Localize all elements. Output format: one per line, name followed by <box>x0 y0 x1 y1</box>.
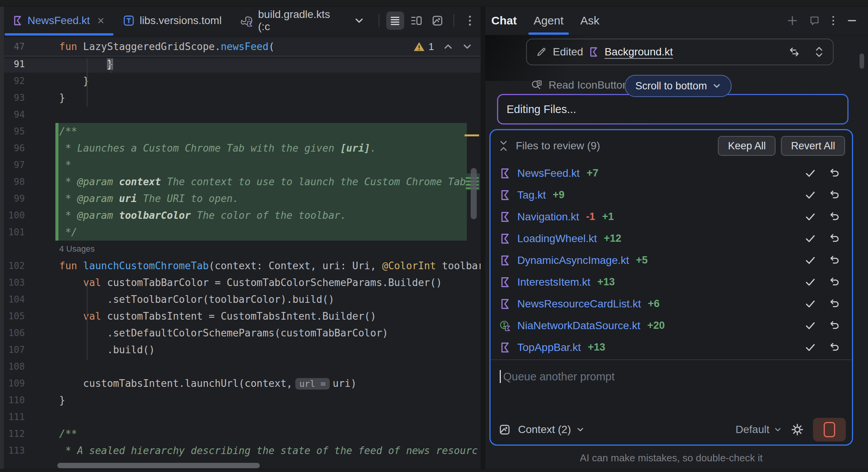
editor-vertical-scrollbar[interactable] <box>471 168 477 219</box>
keep-file-button[interactable] <box>805 298 816 310</box>
pencil-icon <box>536 47 547 57</box>
settings-gear-icon[interactable] <box>791 423 804 436</box>
file-link[interactable]: NewsFeed.kt <box>517 167 580 179</box>
prev-warning-icon[interactable] <box>443 42 453 52</box>
attach-image-icon[interactable] <box>499 424 510 435</box>
code-line-97[interactable]: 97 * <box>4 157 481 173</box>
code-line-99[interactable]: 99 * @param uri The URI to open. <box>4 190 481 207</box>
context-dropdown[interactable]: Context (2) <box>518 424 584 436</box>
code-line-96[interactable]: 96 * Launches a Custom Chrome Tab with t… <box>4 140 481 157</box>
revert-file-button[interactable] <box>829 255 840 266</box>
scroll-to-bottom-button[interactable]: Scroll to bottom <box>625 75 732 97</box>
tab-ask[interactable]: Ask <box>580 6 599 35</box>
code-line-105[interactable]: 105 val customTabsIntent = CustomTabsInt… <box>4 308 481 325</box>
file-review-row[interactable]: InterestsItem.kt+13 <box>491 271 852 293</box>
file-link[interactable]: NiaNetworkDataSource.kt <box>517 320 640 332</box>
keep-all-button[interactable]: Keep All <box>718 136 776 156</box>
code-line-109[interactable]: 109 customTabsIntent.launchUrl(context,u… <box>4 375 481 392</box>
keep-file-button[interactable] <box>805 255 816 266</box>
keep-file-button[interactable] <box>805 211 816 223</box>
chevron-down-icon <box>577 426 584 433</box>
code-line-108[interactable]: 108 <box>4 358 481 375</box>
code-line-91[interactable]: 91 } <box>4 56 481 73</box>
close-tab-icon[interactable] <box>97 16 105 25</box>
sticky-code-line[interactable]: 47 fun LazyStaggeredGridScope.newsFeed( … <box>4 37 481 57</box>
code-line-110[interactable]: 110} <box>4 392 481 409</box>
code-line-95[interactable]: 95/** <box>4 123 481 140</box>
code-line-93[interactable]: 93} <box>4 89 481 106</box>
revert-file-button[interactable] <box>829 233 840 244</box>
file-review-row[interactable]: NiaNetworkDataSource.kt+20 <box>491 315 852 336</box>
file-link[interactable]: InterestsItem.kt <box>517 276 590 288</box>
code-line-94[interactable]: 94 <box>4 106 481 123</box>
file-link[interactable]: Tag.kt <box>517 189 546 201</box>
file-link[interactable]: DynamicAsyncImage.kt <box>517 254 629 267</box>
code-line-104[interactable]: 104 .setToolbarColor(toolbarColor).build… <box>4 291 481 308</box>
code-line-102[interactable]: 102fun launchCustomChromeTab(context: Co… <box>4 257 481 274</box>
tab-build-gradle[interactable]: build.gradle.kts (:c <box>231 6 373 35</box>
code-editor[interactable]: 91 }92 }93}9495/**96 * Launches a Custom… <box>4 56 481 461</box>
file-link[interactable]: TopAppBar.kt <box>517 341 581 354</box>
file-link[interactable]: LoadingWheel.kt <box>517 233 597 245</box>
collapse-icon[interactable] <box>499 140 508 152</box>
code-line-98[interactable]: 98 * @param context The context to use t… <box>4 173 481 190</box>
code-line-92[interactable]: 92 } <box>4 73 481 89</box>
next-warning-icon[interactable] <box>462 42 472 52</box>
tab-agent[interactable]: Agent <box>534 6 564 35</box>
code-line-101[interactable]: 101 */ <box>4 224 481 241</box>
code-line-111[interactable]: 111 <box>4 409 481 425</box>
expand-card-icon[interactable] <box>815 46 824 58</box>
usages-hint[interactable]: 4 Usages <box>4 241 481 257</box>
file-review-row[interactable]: Navigation.kt-1+1 <box>491 206 852 228</box>
code-line-113[interactable]: 113 * A sealed hierarchy describing the … <box>4 442 481 459</box>
file-review-row[interactable]: NewsResourceCardList.kt+6 <box>491 293 852 315</box>
revert-file-button[interactable] <box>829 189 840 201</box>
panel-scrollbar[interactable] <box>860 53 864 69</box>
code-line-100[interactable]: 100 * @param toolbarColor The color of t… <box>4 207 481 224</box>
revert-file-button[interactable] <box>829 211 840 223</box>
revert-file-button[interactable] <box>829 320 840 331</box>
file-review-row[interactable]: LoadingWheel.kt+12 <box>491 228 852 249</box>
tab-chat[interactable]: Chat <box>491 6 517 35</box>
keep-file-button[interactable] <box>805 320 816 331</box>
new-chat-icon[interactable] <box>787 15 798 26</box>
revert-all-button[interactable]: Revert All <box>781 136 845 156</box>
editor-view-button[interactable] <box>386 11 404 30</box>
keep-file-button[interactable] <box>805 276 816 288</box>
revert-file-button[interactable] <box>829 168 840 179</box>
tab-newsfeed[interactable]: NewsFeed.kt <box>4 6 114 35</box>
keep-file-button[interactable] <box>805 342 816 353</box>
stop-button[interactable] <box>813 418 846 441</box>
tab-libs-versions[interactable]: libs.versions.toml <box>114 6 231 35</box>
hide-panel-icon[interactable] <box>847 15 857 26</box>
split-view-button[interactable] <box>407 11 425 30</box>
edited-file-link[interactable]: Background.kt <box>604 46 673 58</box>
revert-file-button[interactable] <box>829 276 840 288</box>
file-review-row[interactable]: TopAppBar.kt+13 <box>491 336 852 358</box>
keep-file-button[interactable] <box>805 168 816 179</box>
editor-horizontal-scrollbar[interactable] <box>57 463 260 468</box>
file-link[interactable]: NewsResourceCardList.kt <box>517 298 641 310</box>
model-dropdown[interactable]: Default <box>735 424 782 436</box>
code-line-112[interactable]: 112/** <box>4 425 481 442</box>
editor-more-button[interactable] <box>461 11 479 30</box>
file-link[interactable]: Navigation.kt <box>517 211 579 223</box>
keep-file-button[interactable] <box>805 189 816 201</box>
open-diff-icon[interactable] <box>789 46 800 58</box>
panel-options-icon[interactable] <box>831 15 835 26</box>
edited-file-card[interactable]: Edited Background.kt <box>526 39 834 65</box>
code-line-103[interactable]: 103 val customTabBarColor = CustomTabCol… <box>4 274 481 291</box>
file-review-row[interactable]: Tag.kt+9 <box>491 184 852 206</box>
chat-history-icon[interactable] <box>809 15 820 26</box>
chevron-down-icon[interactable] <box>354 16 364 26</box>
revert-file-button[interactable] <box>829 298 840 310</box>
preview-button[interactable] <box>428 11 446 30</box>
prompt-input[interactable]: Queue another prompt <box>500 370 615 383</box>
code-line-106[interactable]: 106 .setDefaultColorSchemeParams(customT… <box>4 325 481 341</box>
file-review-row[interactable]: DynamicAsyncImage.kt+5 <box>491 249 852 271</box>
keep-file-button[interactable] <box>805 233 816 244</box>
splitter[interactable] <box>481 6 485 469</box>
file-review-row[interactable]: NewsFeed.kt+7 <box>491 162 852 184</box>
revert-file-button[interactable] <box>829 342 840 353</box>
code-line-107[interactable]: 107 .build() <box>4 341 481 358</box>
